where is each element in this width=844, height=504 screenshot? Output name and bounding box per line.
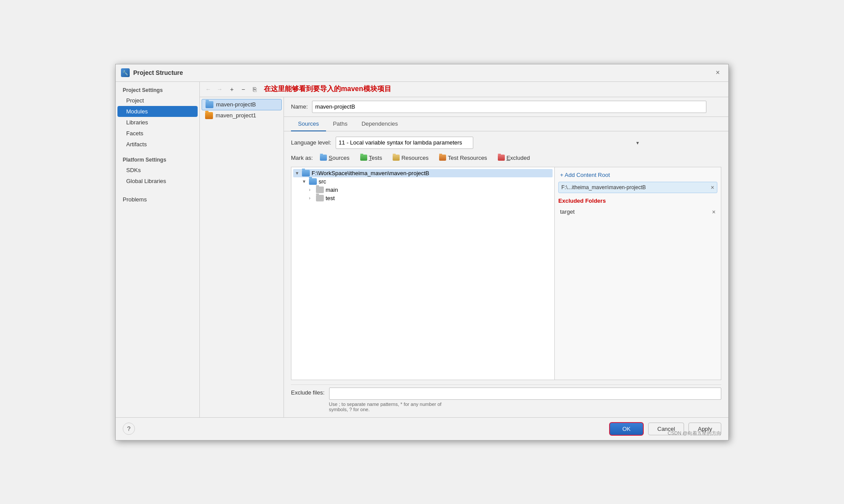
module-item-project1[interactable]: maven_project1 xyxy=(202,110,282,121)
title-bar: 🔧 Project Structure × xyxy=(116,64,728,82)
annotation-text: 在这里能够看到要导入的maven模块项目 xyxy=(264,85,391,94)
dialog-footer: ? OK Cancel Apply xyxy=(116,417,728,440)
sidebar: Project Settings Project Modules Librari… xyxy=(116,82,200,417)
tree-test-item[interactable]: › test xyxy=(307,194,553,202)
language-level-wrapper: 11 - Local variable syntax for lambda pa… xyxy=(336,137,642,149)
exclude-hint: Use ; to separate name patterns, * for a… xyxy=(329,402,721,412)
add-module-button[interactable]: + xyxy=(226,84,238,95)
sidebar-item-libraries[interactable]: Libraries xyxy=(116,117,199,128)
root-chevron: ▼ xyxy=(295,171,300,176)
sidebar-item-problems[interactable]: Problems xyxy=(116,192,199,204)
mark-resources-button[interactable]: Resources xyxy=(389,153,432,162)
copy-module-button[interactable]: ⎘ xyxy=(249,84,260,95)
name-input[interactable] xyxy=(312,101,706,113)
module-and-content: maven-projectB maven_project1 Name: xyxy=(200,97,728,417)
add-content-root-label: + Add Content Root xyxy=(560,172,610,178)
excluded-folder-icon xyxy=(498,155,505,161)
tree-src-item[interactable]: ▼ src xyxy=(300,177,553,186)
language-level-row: Language level: 11 - Local variable synt… xyxy=(291,137,721,149)
sidebar-item-project[interactable]: Project xyxy=(116,95,199,106)
main-folder-icon xyxy=(316,187,324,193)
test-chevron: › xyxy=(309,196,314,201)
excluded-label: Excluded Folders xyxy=(558,196,717,205)
sources-tab-content: Language level: 11 - Local variable synt… xyxy=(284,131,728,417)
test-folder-icon xyxy=(316,195,324,201)
module-label-project1: maven_project1 xyxy=(216,112,256,119)
module-toolbar: ← → + − ⎘ 在这里能够看到要导入的maven模块项目 xyxy=(200,82,728,97)
sidebar-item-facets[interactable]: Facets xyxy=(116,128,199,139)
project-structure-dialog: 🔧 Project Structure × Project Settings P… xyxy=(115,64,729,441)
mark-as-row: Mark as: Sources Tests xyxy=(291,153,721,162)
nav-arrows: ← → xyxy=(203,85,224,94)
folder-icon-projectB xyxy=(206,101,213,108)
ok-button[interactable]: OK xyxy=(609,422,644,436)
mark-test-resources-button[interactable]: Test Resources xyxy=(436,153,491,162)
mark-excluded-label: Excluded xyxy=(507,155,530,161)
watermark: CSDN @向着五星的方向 xyxy=(668,430,721,437)
tabs-row: Sources Paths Dependencies xyxy=(284,117,728,131)
excluded-item: target × xyxy=(558,208,717,216)
exclude-files-label: Exclude files: xyxy=(291,388,325,396)
content-root-item: F:\...itheima_maven\maven-projectB × xyxy=(558,182,717,193)
dialog-title: Project Structure xyxy=(133,69,183,76)
add-content-root-button[interactable]: + Add Content Root xyxy=(558,171,717,179)
sidebar-item-modules[interactable]: Modules xyxy=(117,106,198,117)
project-settings-label: Project Settings xyxy=(116,84,199,95)
mark-tests-label: Tests xyxy=(369,155,382,161)
tab-sources[interactable]: Sources xyxy=(291,117,326,131)
language-level-select[interactable]: 11 - Local variable syntax for lambda pa… xyxy=(336,137,473,149)
main-label: main xyxy=(326,187,338,193)
test-resources-folder-icon xyxy=(439,155,446,161)
content-root-close-button[interactable]: × xyxy=(711,184,714,191)
root-folder-icon xyxy=(302,170,310,176)
main-panel: ← → + − ⎘ 在这里能够看到要导入的maven模块项目 maven-pro… xyxy=(200,82,728,417)
right-panel: + Add Content Root F:\...itheima_maven\m… xyxy=(555,167,721,380)
mark-sources-label: Sources xyxy=(329,155,350,161)
app-icon: 🔧 xyxy=(121,68,130,77)
select-arrow-icon: ▼ xyxy=(635,140,640,145)
sidebar-item-sdks[interactable]: SDKs xyxy=(116,165,199,176)
sidebar-item-global-libraries[interactable]: Global Libraries xyxy=(116,176,199,187)
back-button[interactable]: ← xyxy=(203,85,213,94)
file-tree-panel[interactable]: ▼ F:\WorkSpace\itheima_maven\maven-proje… xyxy=(291,167,555,380)
content-area: Name: Sources Paths Dependencies Languag… xyxy=(284,97,728,417)
excluded-close-button[interactable]: × xyxy=(712,208,716,215)
tree-main-item[interactable]: › main xyxy=(307,186,553,194)
module-item-projectB[interactable]: maven-projectB xyxy=(202,99,282,110)
dialog-body: Project Settings Project Modules Librari… xyxy=(116,82,728,417)
title-bar-left: 🔧 Project Structure xyxy=(121,68,183,77)
sources-split: ▼ F:\WorkSpace\itheima_maven\maven-proje… xyxy=(291,167,721,380)
tree-root-item[interactable]: ▼ F:\WorkSpace\itheima_maven\maven-proje… xyxy=(293,169,553,177)
resources-folder-icon xyxy=(393,155,400,161)
module-list: maven-projectB maven_project1 xyxy=(200,97,284,417)
mark-excluded-button[interactable]: Excluded xyxy=(494,153,533,162)
module-label-projectB: maven-projectB xyxy=(216,101,256,108)
mark-test-resources-label: Test Resources xyxy=(448,155,487,161)
mark-tests-button[interactable]: Tests xyxy=(357,153,386,162)
exclude-files-row: Exclude files: Use ; to separate name pa… xyxy=(291,384,721,412)
mark-sources-button[interactable]: Sources xyxy=(316,153,353,162)
name-label: Name: xyxy=(291,103,308,110)
tab-dependencies[interactable]: Dependencies xyxy=(355,117,405,131)
mark-resources-label: Resources xyxy=(401,155,429,161)
exclude-files-input[interactable] xyxy=(329,388,721,400)
forward-button[interactable]: → xyxy=(215,85,224,94)
name-row: Name: xyxy=(284,97,728,117)
mark-as-label: Mark as: xyxy=(291,155,313,161)
help-button[interactable]: ? xyxy=(123,423,135,435)
src-label: src xyxy=(319,178,326,185)
main-chevron: › xyxy=(309,187,314,192)
tests-folder-icon xyxy=(360,155,367,161)
sources-folder-icon xyxy=(320,155,327,161)
exclude-right: Use ; to separate name patterns, * for a… xyxy=(329,388,721,412)
folder-icon-project1 xyxy=(205,112,213,119)
src-folder-icon xyxy=(309,178,317,185)
content-root-path: F:\...itheima_maven\maven-projectB xyxy=(561,184,646,190)
close-button[interactable]: × xyxy=(713,67,723,78)
excluded-item-label: target xyxy=(560,208,574,215)
sidebar-item-artifacts[interactable]: Artifacts xyxy=(116,139,199,150)
language-level-label: Language level: xyxy=(291,139,331,146)
remove-module-button[interactable]: − xyxy=(238,84,249,95)
tab-paths[interactable]: Paths xyxy=(326,117,355,131)
src-chevron: ▼ xyxy=(302,179,307,184)
